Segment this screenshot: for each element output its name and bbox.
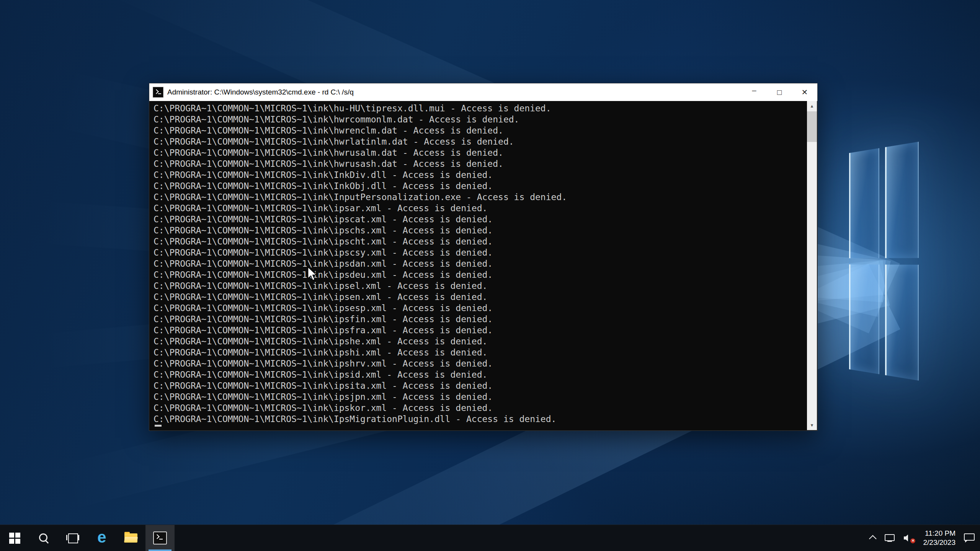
console-line: C:\PROGRA~1\COMMON~1\MICROS~1\ink\hwrlat…	[154, 136, 805, 147]
console-line: C:\PROGRA~1\COMMON~1\MICROS~1\ink\ipskor…	[154, 403, 805, 414]
taskbar-clock[interactable]: 11:20 PM 2/23/2023	[923, 529, 956, 547]
tray-overflow-button[interactable]	[871, 535, 876, 541]
window-title: Administrator: C:\Windows\system32\cmd.e…	[167, 88, 742, 96]
console-line: C:\PROGRA~1\COMMON~1\MICROS~1\ink\hwrcom…	[154, 114, 805, 125]
file-explorer-icon	[124, 533, 137, 543]
console-line: C:\PROGRA~1\COMMON~1\MICROS~1\ink\ipsdan…	[154, 258, 805, 269]
console-line: C:\PROGRA~1\COMMON~1\MICROS~1\ink\hu-HU\…	[154, 103, 805, 114]
console-line: C:\PROGRA~1\COMMON~1\MICROS~1\ink\InkObj…	[154, 181, 805, 192]
clock-date: 2/23/2023	[923, 538, 956, 547]
file-explorer-button[interactable]	[116, 525, 145, 551]
console-caret	[155, 425, 162, 427]
console-line: C:\PROGRA~1\COMMON~1\MICROS~1\ink\InkDiv…	[154, 170, 805, 181]
cmd-window: Administrator: C:\Windows\system32\cmd.e…	[149, 83, 818, 431]
task-view-icon	[66, 533, 79, 543]
console-line: C:\PROGRA~1\COMMON~1\MICROS~1\ink\ipshrv…	[154, 358, 805, 369]
clock-time: 11:20 PM	[923, 529, 956, 538]
scroll-up-icon[interactable]: ▲	[807, 101, 817, 111]
maximize-button[interactable]: □	[767, 83, 792, 101]
console-line: C:\PROGRA~1\COMMON~1\MICROS~1\ink\ipsel.…	[154, 280, 805, 292]
internet-explorer-icon: e	[97, 529, 106, 545]
action-center-button[interactable]	[964, 533, 975, 543]
logo-pane	[849, 264, 879, 374]
console-line: C:\PROGRA~1\COMMON~1\MICROS~1\ink\hwrusa…	[154, 158, 805, 170]
console-line: C:\PROGRA~1\COMMON~1\MICROS~1\ink\ipsar.…	[154, 203, 805, 214]
caption-buttons: – □ ✕	[742, 83, 817, 101]
console-line: C:\PROGRA~1\COMMON~1\MICROS~1\ink\ipsdeu…	[154, 269, 805, 280]
taskbar-search-button[interactable]	[29, 525, 58, 551]
scrollbar-thumb[interactable]	[807, 111, 817, 142]
volume-tray-button[interactable]: ✕	[903, 533, 915, 543]
windows-logo-icon	[9, 533, 20, 544]
internet-explorer-button[interactable]: e	[87, 525, 116, 551]
close-button[interactable]: ✕	[792, 83, 817, 101]
chevron-up-icon	[869, 535, 877, 543]
console-line: C:\PROGRA~1\COMMON~1\MICROS~1\ink\ipschs…	[154, 225, 805, 236]
console-line: C:\PROGRA~1\COMMON~1\MICROS~1\ink\hwrenc…	[154, 125, 805, 136]
network-tray-button[interactable]	[885, 534, 895, 542]
action-center-icon	[964, 533, 975, 543]
mute-badge: ✕	[910, 538, 915, 543]
console-line: C:\PROGRA~1\COMMON~1\MICROS~1\ink\ipscsy…	[154, 247, 805, 258]
console-line: C:\PROGRA~1\COMMON~1\MICROS~1\ink\InputP…	[154, 192, 805, 203]
window-titlebar[interactable]: Administrator: C:\Windows\system32\cmd.e…	[149, 83, 817, 101]
console-line: C:\PROGRA~1\COMMON~1\MICROS~1\ink\ipsesp…	[154, 303, 805, 314]
start-button[interactable]	[0, 525, 29, 551]
volume-muted-icon: ✕	[903, 533, 915, 543]
scroll-down-icon[interactable]: ▼	[807, 420, 817, 430]
windows-hero-logo	[849, 142, 919, 380]
logo-pane	[885, 264, 919, 381]
console-scrollbar[interactable]: ▲ ▼	[807, 101, 817, 430]
task-view-button[interactable]	[58, 525, 87, 551]
console-line: C:\PROGRA~1\COMMON~1\MICROS~1\ink\hwrusa…	[154, 147, 805, 158]
console-line: C:\PROGRA~1\COMMON~1\MICROS~1\ink\ipsfin…	[154, 314, 805, 325]
console-output[interactable]: C:\PROGRA~1\COMMON~1\MICROS~1\ink\hu-HU\…	[150, 101, 817, 430]
logo-pane	[849, 148, 879, 258]
console-line: C:\PROGRA~1\COMMON~1\MICROS~1\ink\ipshi.…	[154, 347, 805, 358]
minimize-button[interactable]: –	[742, 83, 767, 101]
system-tray: ✕ 11:20 PM 2/23/2023	[871, 525, 980, 551]
console-line: C:\PROGRA~1\COMMON~1\MICROS~1\ink\ipsid.…	[154, 369, 805, 380]
console-line: C:\PROGRA~1\COMMON~1\MICROS~1\ink\IpsMig…	[154, 414, 805, 425]
console-line: C:\PROGRA~1\COMMON~1\MICROS~1\ink\ipsita…	[154, 380, 805, 391]
logo-pane	[885, 142, 919, 258]
desktop: Administrator: C:\Windows\system32\cmd.e…	[0, 0, 980, 551]
console-line: C:\PROGRA~1\COMMON~1\MICROS~1\ink\ipshe.…	[154, 336, 805, 347]
console-line: C:\PROGRA~1\COMMON~1\MICROS~1\ink\ipsen.…	[154, 292, 805, 303]
search-icon	[38, 532, 49, 544]
console-line: C:\PROGRA~1\COMMON~1\MICROS~1\ink\ipsjpn…	[154, 391, 805, 403]
cmd-icon	[153, 531, 167, 544]
cmd-window-icon	[153, 87, 163, 98]
taskbar: e ✕	[0, 525, 980, 551]
console-line: C:\PROGRA~1\COMMON~1\MICROS~1\ink\ipscht…	[154, 236, 805, 247]
console-line: C:\PROGRA~1\COMMON~1\MICROS~1\ink\ipsfra…	[154, 325, 805, 336]
cmd-taskbar-button[interactable]	[145, 525, 175, 551]
network-icon	[885, 534, 895, 542]
console-line: C:\PROGRA~1\COMMON~1\MICROS~1\ink\ipscat…	[154, 214, 805, 225]
